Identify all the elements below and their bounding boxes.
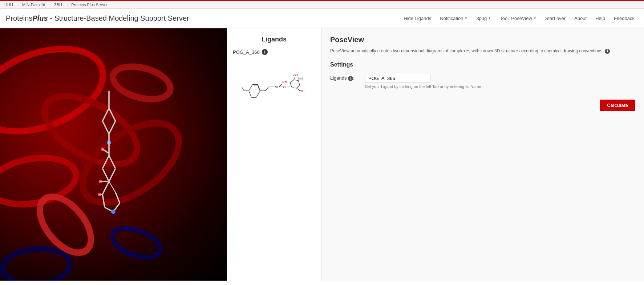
breadcrumb-uhh[interactable]: UHH — [4, 3, 13, 7]
breadcrumb-sep1: → — [16, 3, 21, 7]
breadcrumb: UHH → MIN-Fakultät → ZBH → Proteins Plus… — [0, 1, 644, 9]
settings-title: Settings — [330, 61, 635, 68]
ligands-input-area: Set your Ligand by clicking on the left … — [365, 74, 635, 89]
breadcrumb-server[interactable]: Proteins Plus Server — [71, 3, 108, 7]
svg-line-30 — [242, 87, 244, 91]
main-content: Ligands POG_A_366 ℹ NH — [0, 28, 644, 281]
header: ProteinsPlus - Structure-Based Modeling … — [0, 9, 644, 28]
svg-line-17 — [102, 194, 105, 208]
svg-text:OH: OH — [282, 80, 287, 84]
ligand-name: POG_A_366 — [233, 49, 260, 55]
svg-line-11 — [102, 169, 109, 182]
ligand-2d-diagram: NH OH O NH OH OH — [233, 62, 315, 113]
ligands-panel: Ligands POG_A_366 ℹ NH — [227, 28, 321, 281]
svg-text:OH: OH — [293, 73, 298, 77]
svg-line-20 — [116, 192, 120, 203]
svg-marker-41 — [290, 80, 299, 88]
start-over-button[interactable]: Start over — [542, 13, 569, 23]
ligand-3d-sticks — [73, 87, 145, 225]
settings-row-ligands: Ligands ℹ: Set your Ligand by clicking o… — [330, 74, 635, 89]
logo-plus: Plus — [32, 14, 48, 22]
ligand-info-icon[interactable]: ℹ — [262, 49, 268, 55]
poseview-info-icon[interactable]: ℹ — [605, 49, 610, 54]
help-link[interactable]: Help — [592, 13, 609, 23]
poseview-title: PoseView — [330, 36, 635, 44]
svg-text:OH: OH — [300, 89, 304, 93]
header-nav: Hide Ligands Notification ▼ 3p0g ▼ Tool:… — [400, 13, 638, 23]
svg-text:O: O — [283, 85, 285, 89]
protein-id-dropdown[interactable]: 3p0g ▼ — [473, 13, 495, 23]
site-logo: ProteinsPlus - Structure-Based Modeling … — [6, 14, 400, 23]
svg-line-21 — [109, 181, 116, 192]
protein-id-arrow-icon: ▼ — [488, 16, 491, 20]
logo-proteins: Proteins — [6, 14, 32, 22]
svg-line-9 — [102, 149, 109, 153]
svg-line-10 — [102, 156, 109, 169]
breadcrumb-zbh[interactable]: ZBH — [54, 3, 62, 7]
ligand-input-hint: Set your Ligand by clicking on the left … — [365, 84, 635, 89]
ligand-name-input[interactable] — [365, 74, 430, 83]
svg-line-4 — [109, 108, 116, 121]
logo-subtitle: - Structure-Based Modeling Support Serve… — [48, 14, 189, 22]
svg-line-13 — [109, 156, 116, 169]
tool-poseview-dropdown[interactable]: Tool: PoseView ▼ — [496, 13, 540, 23]
protein-viewer-panel — [0, 28, 227, 281]
svg-text:NH: NH — [298, 77, 303, 80]
tool-arrow-icon: ▼ — [533, 16, 536, 20]
breadcrumb-min[interactable]: MIN-Fakultät — [22, 3, 45, 7]
about-link[interactable]: About — [571, 13, 590, 23]
poseview-description: PoseView automatically creates two-dimen… — [330, 48, 635, 54]
breadcrumb-sep3: → — [65, 3, 70, 7]
ligands-panel-title: Ligands — [233, 36, 315, 43]
notification-arrow-icon: ▼ — [464, 16, 467, 20]
svg-point-22 — [111, 209, 116, 214]
feedback-link[interactable]: Feedback — [610, 13, 638, 23]
calculate-button[interactable]: Calculate — [600, 100, 635, 111]
svg-line-16 — [102, 181, 109, 194]
ligands-field-info-icon[interactable]: ℹ — [348, 76, 353, 81]
svg-line-46 — [294, 77, 294, 80]
ligands-label: Ligands ℹ: — [330, 74, 359, 81]
svg-line-44 — [297, 89, 299, 91]
hide-ligands-button[interactable]: Hide Ligands — [400, 13, 435, 23]
notification-dropdown[interactable]: Notification ▼ — [436, 13, 471, 23]
ribbon-7 — [106, 220, 167, 266]
svg-line-36 — [279, 84, 282, 87]
svg-line-32 — [265, 87, 268, 91]
svg-marker-25 — [249, 84, 260, 97]
svg-line-12 — [109, 169, 116, 182]
protein-3d-bg — [0, 28, 227, 281]
svg-line-1 — [102, 108, 109, 121]
poseview-panel: PoseView PoseView automatically creates … — [321, 28, 644, 281]
svg-line-3 — [109, 121, 116, 134]
svg-line-2 — [102, 121, 109, 134]
svg-line-27 — [258, 85, 259, 91]
ligand-item-pog[interactable]: POG_A_366 ℹ — [233, 49, 315, 55]
breadcrumb-sep2: → — [48, 3, 53, 7]
